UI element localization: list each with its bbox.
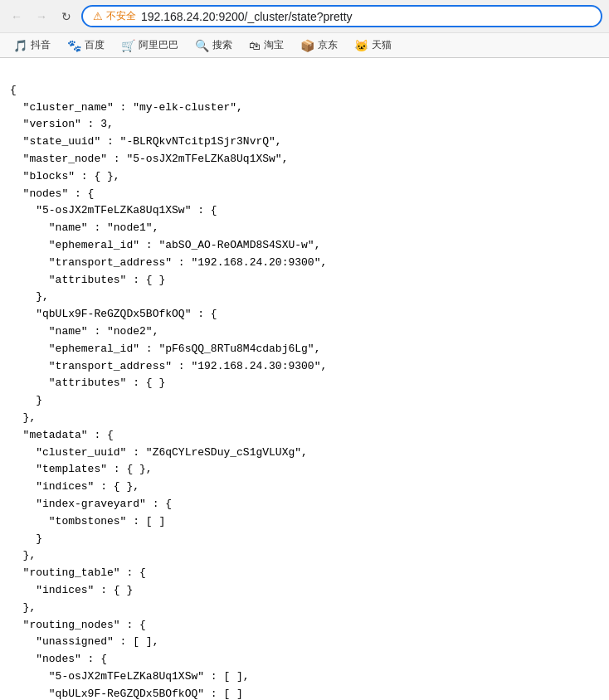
- bookmark-jd[interactable]: 📦 京东: [294, 36, 344, 54]
- bookmark-baidu-label: 百度: [85, 38, 105, 52]
- security-label: 不安全: [106, 9, 136, 23]
- bookmark-douyin[interactable]: 🎵 抖音: [7, 36, 57, 54]
- nav-bar: ← → ↻ ⚠ 不安全: [0, 0, 609, 32]
- douyin-icon: 🎵: [13, 39, 27, 52]
- browser-chrome: ← → ↻ ⚠ 不安全 🎵 抖音 🐾 百度 🛒 阿里巴巴 🔍 搜索: [0, 0, 609, 58]
- back-button[interactable]: ←: [7, 7, 27, 27]
- bookmarks-bar: 🎵 抖音 🐾 百度 🛒 阿里巴巴 🔍 搜索 🛍 淘宝 📦 京东 🐱 天猫: [0, 32, 609, 57]
- bookmark-douyin-label: 抖音: [31, 38, 51, 52]
- bookmark-search[interactable]: 🔍 搜索: [188, 36, 239, 54]
- address-input[interactable]: [141, 10, 591, 23]
- json-text: { "cluster_name" : "my-elk-cluster", "ve…: [10, 84, 327, 700]
- address-bar: ⚠ 不安全: [81, 5, 602, 27]
- forward-button[interactable]: →: [32, 7, 51, 27]
- security-warning: ⚠ 不安全: [93, 9, 136, 23]
- jd-icon: 📦: [300, 39, 314, 52]
- bookmark-baidu[interactable]: 🐾 百度: [61, 36, 111, 54]
- refresh-button[interactable]: ↻: [56, 7, 76, 27]
- json-content-area: { "cluster_name" : "my-elk-cluster", "ve…: [0, 58, 609, 700]
- bookmark-jd-label: 京东: [318, 38, 338, 52]
- bookmark-alibaba[interactable]: 🛒 阿里巴巴: [114, 36, 185, 54]
- search-icon: 🔍: [195, 39, 209, 52]
- bookmark-search-label: 搜索: [212, 38, 232, 52]
- bookmark-taobao[interactable]: 🛍 淘宝: [242, 36, 290, 54]
- alibaba-icon: 🛒: [121, 39, 135, 52]
- bookmark-alibaba-label: 阿里巴巴: [139, 38, 178, 52]
- tianmao-icon: 🐱: [354, 39, 368, 52]
- bookmark-tianmao[interactable]: 🐱 天猫: [348, 36, 398, 54]
- baidu-icon: 🐾: [67, 39, 81, 52]
- warning-icon: ⚠: [93, 10, 103, 22]
- bookmark-taobao-label: 淘宝: [264, 38, 284, 52]
- taobao-icon: 🛍: [249, 39, 261, 52]
- bookmark-tianmao-label: 天猫: [372, 38, 392, 52]
